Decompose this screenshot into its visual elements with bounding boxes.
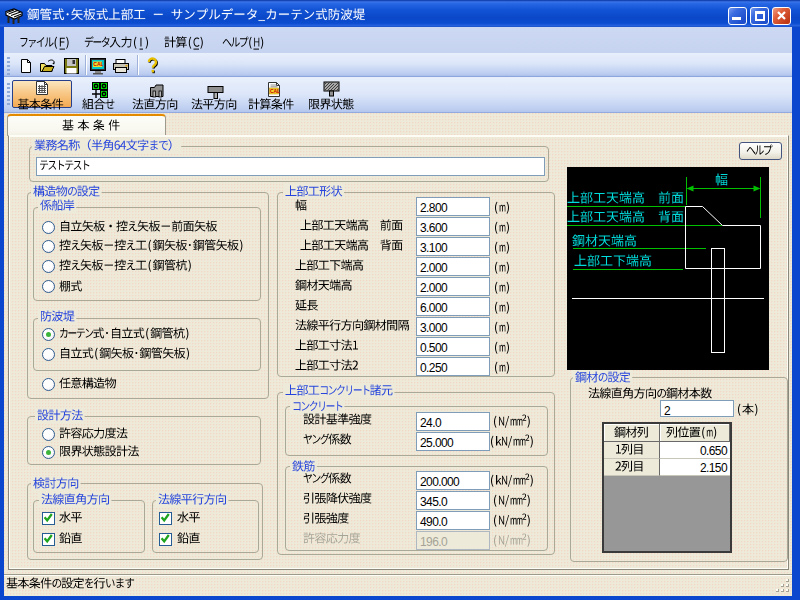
svg-text:CAL: CAL: [93, 61, 103, 67]
svg-text:CAL: CAL: [270, 88, 280, 94]
